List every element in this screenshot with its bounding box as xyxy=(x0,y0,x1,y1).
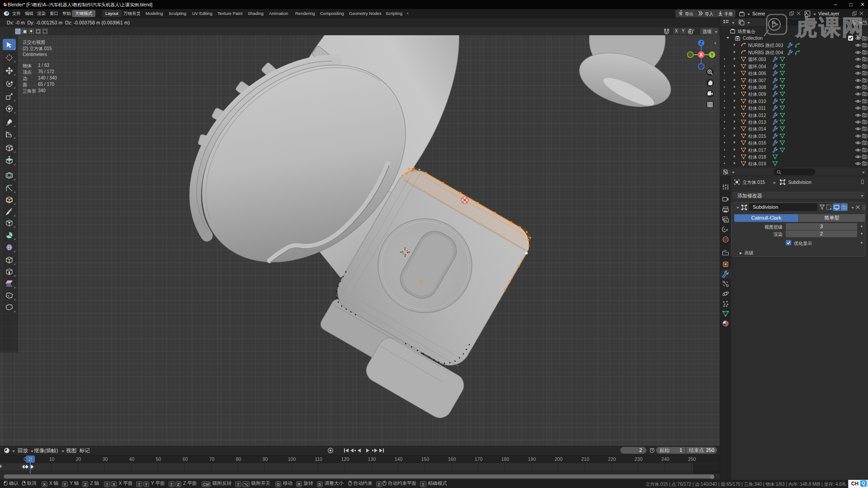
svg-text:X: X xyxy=(700,52,703,57)
svg-text:Z: Z xyxy=(700,41,703,46)
svg-text:Y: Y xyxy=(711,52,714,57)
svg-text:o: o xyxy=(693,28,694,31)
